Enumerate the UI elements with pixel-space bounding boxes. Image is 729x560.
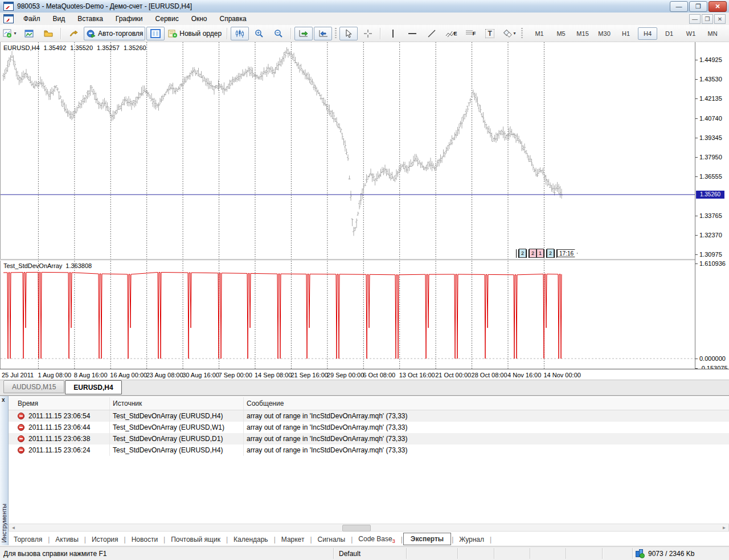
column-header-time[interactable]: Время [9, 397, 110, 410]
toolbox-tab-торговля[interactable]: Торговля [9, 534, 47, 545]
toolbox-tab-почтовыйящик[interactable]: Почтовый ящик [166, 534, 226, 545]
open-file-button[interactable] [39, 27, 58, 40]
timeframe-button-mn[interactable]: MN [703, 27, 722, 40]
toolbox-tab-сигналы[interactable]: Сигналы [313, 534, 351, 545]
timeframe-button-w1[interactable]: W1 [681, 27, 701, 40]
chart-shift-icon [298, 29, 309, 38]
scroll-left-icon[interactable]: ◄ [9, 524, 18, 531]
counter-cell: 2 [547, 249, 554, 258]
scroll-right-icon[interactable]: ► [720, 524, 728, 531]
main-price-chart[interactable] [1, 42, 695, 260]
error-icon [18, 413, 24, 419]
menu-item-0[interactable]: Файл [17, 13, 47, 24]
cell-source: Test_StdDevOnArray (EURUSD,D1) [110, 433, 244, 444]
timeframe-button-m1[interactable]: M1 [530, 27, 549, 40]
equidistant-channel-button[interactable]: E [442, 27, 460, 40]
tile-windows-button[interactable] [146, 27, 165, 40]
timeframe-button-h4[interactable]: H4 [638, 27, 657, 40]
fibonacci-icon [465, 30, 473, 38]
error-icon [18, 435, 24, 442]
text-tool-button[interactable]: T [481, 27, 499, 40]
chart-tab-eurusdh4[interactable]: EURUSD,H4 [65, 380, 121, 394]
price-axis[interactable]: 1.449251.435301.421351.407401.393451.379… [695, 42, 729, 369]
table-row[interactable]: 2011.11.15 23:06:54Test_StdDevOnArray (E… [9, 410, 729, 422]
price-tick [695, 235, 698, 236]
arrows-tool-button[interactable]: ▾ [500, 27, 518, 40]
fibonacci-button[interactable]: F [461, 27, 480, 40]
zoom-in-button[interactable] [250, 27, 268, 40]
chart-shift-button[interactable] [294, 27, 313, 40]
minimize-button[interactable]: — [670, 1, 688, 12]
cell-message: array out of range in 'IncStdDevOnArray.… [244, 410, 729, 422]
profiles-button[interactable] [20, 27, 38, 40]
toolbox-tab-активы[interactable]: Активы [50, 534, 84, 545]
price-tick [695, 176, 698, 177]
close-button[interactable]: ✕ [708, 1, 727, 12]
menu-item-4[interactable]: Сервис [149, 13, 185, 24]
cell-time: 2011.11.15 23:06:24 [9, 444, 110, 456]
toolbox-tab-история[interactable]: История [87, 534, 124, 545]
auto-scroll-icon [318, 29, 328, 38]
menu-item-2[interactable]: Вставка [71, 13, 109, 24]
price-tick [695, 138, 698, 138]
scrollbar-thumb[interactable] [342, 525, 371, 532]
toolbox-tab-эксперты[interactable]: Эксперты [403, 533, 451, 545]
restore-button[interactable]: ❐ [689, 1, 707, 12]
timeframe-button-m5[interactable]: M5 [551, 27, 571, 40]
toolbox-tab-codebase[interactable]: Code Base3 [353, 533, 400, 546]
chart-tab-audusdm15[interactable]: AUDUSD,M15 [3, 380, 64, 393]
price-tick [695, 79, 698, 80]
counter-cell: 2 [519, 249, 526, 258]
bar-chart-style-button[interactable] [231, 27, 249, 40]
timeframe-button-m30[interactable]: M30 [595, 27, 614, 40]
status-profile[interactable]: Default [339, 550, 361, 558]
horizontal-line-button[interactable] [403, 27, 421, 40]
new-order-button[interactable]: Новый ордер [166, 27, 224, 40]
table-row[interactable]: 2011.11.15 23:06:38Test_StdDevOnArray (E… [9, 433, 729, 444]
table-row[interactable]: 2011.11.15 23:06:24Test_StdDevOnArray (E… [9, 444, 729, 456]
time-axis-label: 30 Aug 16:00 [182, 372, 219, 378]
mdi-minimize-button[interactable]: — [689, 14, 701, 24]
indicator-subwindow[interactable] [1, 261, 695, 369]
toolbox-close-icon[interactable]: x [2, 397, 5, 403]
column-header-source[interactable]: Источник [110, 397, 244, 410]
toolbox-tab-календарь[interactable]: Календарь [228, 534, 273, 545]
column-header-message[interactable]: Сообщение [244, 397, 729, 410]
time-axis-label: 14 Sep 08:00 [255, 372, 292, 378]
timeframe-button-h1[interactable]: H1 [616, 27, 636, 40]
menu-item-3[interactable]: Графики [109, 13, 149, 24]
new-chart-icon [3, 29, 12, 38]
time-axis-label: 25 Jul 2011 [2, 372, 34, 378]
price-tick [695, 60, 698, 60]
horizontal-line-icon [408, 29, 417, 38]
time-axis-label: 16 Aug 00:00 [110, 372, 147, 378]
toolbox-tab-журнал[interactable]: Журнал [454, 534, 489, 545]
menu-item-1[interactable]: Вид [47, 13, 72, 24]
vertical-line-button[interactable] [384, 27, 402, 40]
timeframe-button-m15[interactable]: M15 [573, 27, 592, 40]
indicator-axis-label: 1.610936 [699, 260, 726, 267]
time-axis-label: 6 Oct 08:00 [363, 372, 395, 378]
mdi-close-button[interactable]: ✕ [714, 14, 726, 24]
history-center-button[interactable] [64, 27, 83, 40]
price-axis-label: 1.37950 [699, 154, 722, 160]
horizontal-scrollbar[interactable]: ◄ ► [9, 524, 729, 532]
time-axis-label: 13 Oct 16:00 [399, 372, 435, 378]
crosshair-button[interactable] [359, 27, 377, 40]
zoom-out-button[interactable] [269, 27, 288, 40]
table-row[interactable]: 2011.11.15 23:06:44Test_StdDevOnArray (E… [9, 422, 729, 433]
time-axis[interactable]: 25 Jul 20111 Aug 08:008 Aug 16:0016 Aug … [0, 369, 729, 380]
timeframe-button-d1[interactable]: D1 [660, 27, 679, 40]
mdi-restore-button[interactable]: ❐ [702, 14, 713, 24]
menu-item-6[interactable]: Справка [214, 13, 253, 24]
menu-item-5[interactable]: Окно [185, 13, 214, 24]
new-chart-button[interactable]: ▾ [1, 27, 19, 40]
trendline-button[interactable] [423, 27, 441, 40]
autotrading-button[interactable]: Авто-торговля [84, 27, 145, 40]
auto-scroll-button[interactable] [314, 27, 332, 40]
cell-time: 2011.11.15 23:06:44 [9, 422, 110, 433]
toolbox-tab-маркет[interactable]: Маркет [276, 534, 310, 545]
time-axis-label: 8 Aug 16:00 [74, 372, 108, 378]
cursor-button[interactable] [339, 27, 358, 40]
toolbox-tab-новости[interactable]: Новости [126, 534, 163, 545]
